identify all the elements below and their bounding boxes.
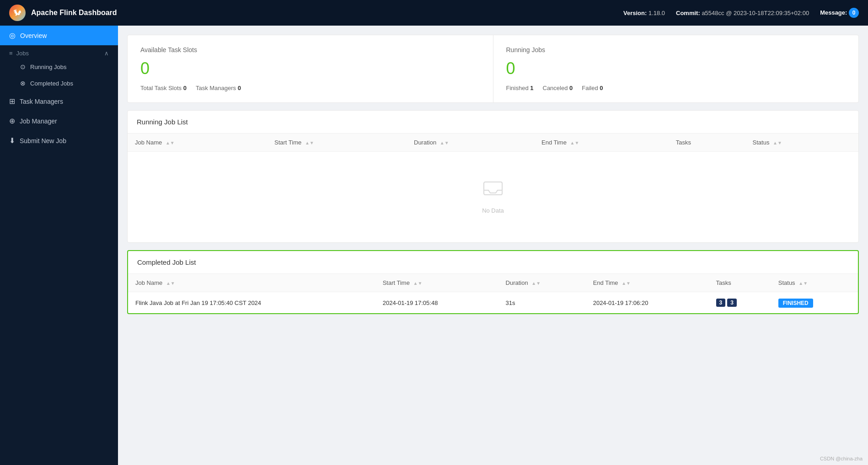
sidebar-item-running-jobs[interactable]: ⊙ Running Jobs — [0, 59, 118, 75]
comp-sort-start-time[interactable]: ▲▼ — [413, 281, 423, 286]
sidebar-item-label: Overview — [20, 32, 47, 39]
end-time-cell: 2024-01-19 17:06:20 — [586, 292, 709, 314]
sidebar-submit-label: Submit New Job — [20, 137, 66, 144]
sidebar-task-managers-label: Task Managers — [20, 98, 63, 105]
no-data-text: No Data — [144, 207, 842, 214]
table-row[interactable]: Flink Java Job at Fri Jan 19 17:05:40 CS… — [128, 292, 858, 314]
comp-col-end-time[interactable]: End Time ▲▼ — [586, 274, 709, 292]
sidebar: ◎ Overview ≡ Jobs ∧ ⊙ Running Jobs ⊗ Com… — [0, 26, 118, 465]
col-start-time[interactable]: Start Time ▲▼ — [267, 134, 407, 152]
jobs-chevron-icon: ∧ — [104, 50, 109, 57]
failed-stat: Failed 0 — [582, 85, 603, 91]
running-jobs-card: Running Jobs 0 Finished 1 Canceled 0 Fai… — [493, 35, 859, 102]
duration-cell: 31s — [498, 292, 586, 314]
sidebar-completed-jobs-label: Completed Jobs — [30, 80, 73, 87]
sort-status-icon[interactable]: ▲▼ — [773, 140, 782, 145]
flink-logo: 🐿 — [9, 5, 26, 21]
col-end-time[interactable]: End Time ▲▼ — [534, 134, 669, 152]
status-badge: FINISHED — [778, 299, 813, 308]
topbar-left: 🐿 Apache Flink Dashboard — [9, 5, 117, 21]
sidebar-running-jobs-label: Running Jobs — [30, 64, 67, 70]
running-job-table-wrapper: Job Name ▲▼ Start Time ▲▼ Duration ▲▼ En… — [128, 134, 858, 242]
submit-icon: ⬇ — [9, 136, 15, 145]
sidebar-job-manager-label: Job Manager — [20, 118, 57, 125]
comp-col-duration[interactable]: Duration ▲▼ — [498, 274, 586, 292]
running-job-list-title: Running Job List — [128, 111, 858, 134]
task-badge-b: 3 — [727, 299, 737, 307]
sidebar-jobs-label: Jobs — [16, 50, 29, 57]
comp-sort-status[interactable]: ▲▼ — [798, 281, 808, 286]
sort-job-name-icon[interactable]: ▲▼ — [166, 140, 175, 145]
sidebar-item-submit-new-job[interactable]: ⬇ Submit New Job — [0, 131, 118, 150]
job-name-cell: Flink Java Job at Fri Jan 19 17:05:40 CS… — [128, 292, 375, 314]
finished-stat: Finished 1 — [506, 85, 534, 91]
topbar-right: Version: 1.18.0 Commit: a5548cc @ 2023-1… — [623, 8, 859, 18]
available-task-slots-card: Available Task Slots 0 Total Task Slots … — [128, 35, 493, 102]
status-cell: FINISHED — [771, 292, 858, 314]
comp-sort-duration[interactable]: ▲▼ — [531, 281, 541, 286]
completed-job-list-section: Completed Job List Job Name ▲▼ Start Tim… — [127, 250, 859, 314]
running-jobs-card-value: 0 — [506, 59, 846, 78]
tasks-cell: 3 3 — [709, 292, 771, 314]
comp-col-tasks[interactable]: Tasks — [709, 274, 771, 292]
overview-icon: ◎ — [9, 31, 16, 40]
topbar: 🐿 Apache Flink Dashboard Version: 1.18.0… — [0, 0, 868, 26]
total-task-slots-label: Total Task Slots 0 — [140, 85, 187, 91]
comp-col-status[interactable]: Status ▲▼ — [771, 274, 858, 292]
comp-sort-end-time[interactable]: ▲▼ — [622, 281, 631, 286]
message-info: Message: 0 — [820, 8, 859, 18]
available-task-slots-footer: Total Task Slots 0 Task Managers 0 — [140, 85, 480, 91]
col-status[interactable]: Status ▲▼ — [745, 134, 858, 152]
app-title: Apache Flink Dashboard — [31, 9, 117, 17]
comp-sort-job-name[interactable]: ▲▼ — [166, 281, 175, 286]
watermark: CSDN @china-zha — [820, 456, 863, 461]
job-manager-icon: ⊕ — [9, 117, 15, 125]
sidebar-group-jobs[interactable]: ≡ Jobs ∧ — [0, 45, 118, 59]
main-layout: ◎ Overview ≡ Jobs ∧ ⊙ Running Jobs ⊗ Com… — [0, 26, 868, 465]
canceled-stat: Canceled 0 — [543, 85, 573, 91]
completed-jobs-icon: ⊗ — [20, 80, 26, 87]
sort-duration-icon[interactable]: ▲▼ — [440, 140, 449, 145]
commit-info: Commit: a5548cc @ 2023-10-18T22:09:35+02… — [676, 10, 809, 16]
col-tasks[interactable]: Tasks — [669, 134, 745, 152]
comp-col-job-name[interactable]: Job Name ▲▼ — [128, 274, 375, 292]
available-task-slots-title: Available Task Slots — [140, 46, 480, 53]
available-task-slots-value: 0 — [140, 59, 480, 78]
message-count-badge: 0 — [849, 8, 859, 18]
task-badge-a: 3 — [716, 299, 726, 307]
completed-job-table-wrapper: Job Name ▲▼ Start Time ▲▼ Duration ▲▼ En… — [128, 274, 858, 313]
running-job-list-section: Running Job List Job Name ▲▼ Start Time … — [127, 110, 859, 243]
content-area: Available Task Slots 0 Total Task Slots … — [118, 26, 868, 465]
sort-end-time-icon[interactable]: ▲▼ — [570, 140, 579, 145]
sidebar-item-job-manager[interactable]: ⊕ Job Manager — [0, 111, 118, 131]
start-time-cell: 2024-01-19 17:05:48 — [375, 292, 498, 314]
comp-col-start-time[interactable]: Start Time ▲▼ — [375, 274, 498, 292]
sort-start-time-icon[interactable]: ▲▼ — [305, 140, 314, 145]
completed-job-list-title: Completed Job List — [128, 251, 858, 274]
running-jobs-card-footer: Finished 1 Canceled 0 Failed 0 — [506, 85, 846, 91]
completed-job-table: Job Name ▲▼ Start Time ▲▼ Duration ▲▼ En… — [128, 274, 858, 313]
cards-row: Available Task Slots 0 Total Task Slots … — [127, 35, 859, 103]
task-managers-label: Task Managers 0 — [196, 85, 241, 91]
sidebar-item-completed-jobs[interactable]: ⊗ Completed Jobs — [0, 75, 118, 91]
jobs-icon: ≡ — [9, 50, 13, 57]
sidebar-item-task-managers[interactable]: ⊞ Task Managers — [0, 91, 118, 111]
no-data-icon — [144, 180, 842, 203]
no-data-running: No Data — [135, 158, 851, 236]
running-jobs-icon: ⊙ — [20, 63, 26, 70]
task-managers-icon: ⊞ — [9, 97, 15, 106]
sidebar-item-overview[interactable]: ◎ Overview — [0, 26, 118, 45]
version-info: Version: 1.18.0 — [623, 10, 665, 16]
running-jobs-card-title: Running Jobs — [506, 46, 846, 53]
running-job-table: Job Name ▲▼ Start Time ▲▼ Duration ▲▼ En… — [128, 134, 858, 242]
col-job-name[interactable]: Job Name ▲▼ — [128, 134, 267, 152]
col-duration[interactable]: Duration ▲▼ — [407, 134, 534, 152]
